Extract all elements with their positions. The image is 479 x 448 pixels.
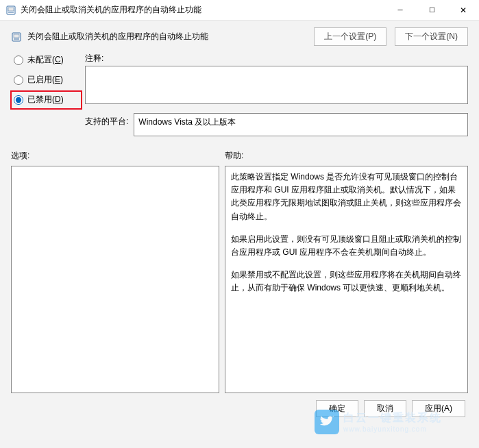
- radio-disabled[interactable]: 已禁用(D): [14, 94, 79, 105]
- policy-icon: [11, 32, 22, 42]
- watermark-line2: www.baiyunxitong.com: [343, 425, 442, 433]
- help-paragraph: 如果禁用或不配置此设置，则这些应用程序将在关机期间自动终止，从而有助于确保 Wi…: [231, 269, 462, 295]
- options-label: 选项:: [11, 150, 219, 162]
- header-title: 关闭会阻止或取消关机的应用程序的自动终止功能: [27, 31, 306, 42]
- comment-textarea[interactable]: [85, 66, 468, 104]
- radio-enabled-label: 已启用(E): [27, 74, 63, 86]
- platform-value: Windows Vista 及以上版本: [134, 113, 468, 136]
- cancel-button[interactable]: 取消: [364, 400, 406, 417]
- prev-setting-button[interactable]: 上一个设置(P): [314, 27, 386, 46]
- radio-not-configured-label: 未配置(C): [27, 54, 64, 66]
- svg-rect-1: [8, 8, 14, 11]
- options-panel: [11, 166, 219, 393]
- ok-button[interactable]: 确定: [316, 400, 358, 417]
- svg-rect-3: [14, 34, 19, 38]
- radio-disabled-label: 已禁用(D): [27, 94, 64, 105]
- close-button[interactable]: ✕: [447, 0, 479, 21]
- next-setting-button[interactable]: 下一个设置(N): [395, 27, 468, 46]
- platform-label: 支持的平台:: [85, 113, 128, 127]
- title-text: 关闭会阻止或取消关机的应用程序的自动终止功能: [21, 4, 384, 16]
- app-icon: [5, 5, 16, 16]
- help-label: 帮助:: [225, 150, 468, 162]
- help-panel: 此策略设置指定 Windows 是否允许没有可见顶级窗口的控制台应用程序和 GU…: [225, 166, 468, 393]
- radio-enabled[interactable]: 已启用(E): [14, 74, 79, 86]
- radio-not-configured[interactable]: 未配置(C): [14, 54, 79, 66]
- maximize-button[interactable]: ☐: [416, 0, 447, 21]
- comment-label: 注释:: [85, 53, 468, 64]
- minimize-button[interactable]: ─: [384, 0, 416, 21]
- help-paragraph: 如果启用此设置，则没有可见顶级窗口且阻止或取消关机的控制台应用程序或 GUI 应…: [231, 233, 462, 259]
- apply-button[interactable]: 应用(A): [412, 400, 465, 417]
- state-radiogroup: 未配置(C) 已启用(E) 已禁用(D): [11, 54, 79, 105]
- help-paragraph: 此策略设置指定 Windows 是否允许没有可见顶级窗口的控制台应用程序和 GU…: [231, 171, 462, 223]
